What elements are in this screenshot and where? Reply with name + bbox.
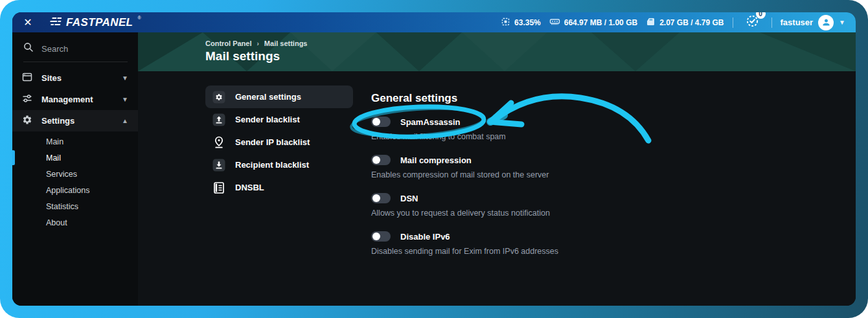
close-icon[interactable]: ✕ bbox=[20, 15, 36, 30]
toggle-description: Allows you to request a delivery status … bbox=[371, 209, 708, 218]
sidebar-item-label: Settings bbox=[41, 116, 122, 126]
search-input[interactable] bbox=[41, 44, 119, 54]
sidebar-subitem-applications[interactable]: Applications bbox=[12, 182, 138, 198]
cpu-usage-stat: 63.35% bbox=[501, 17, 541, 28]
nav-item-label: DNSBL bbox=[235, 183, 264, 192]
brand-name: FASTPANEL bbox=[66, 16, 133, 29]
spamassassin-row: SpamAssassin bbox=[371, 117, 708, 127]
section-heading: General settings bbox=[371, 92, 708, 105]
sidebar-search bbox=[23, 42, 128, 62]
gear-icon bbox=[22, 115, 32, 127]
gear-icon bbox=[212, 90, 226, 104]
avatar bbox=[818, 15, 834, 30]
toggle-label: SpamAssassin bbox=[400, 117, 461, 127]
toggle-label: DSN bbox=[400, 194, 418, 203]
toggle-label: Disable IPv6 bbox=[400, 232, 450, 242]
sidebar-item-label: Management bbox=[41, 95, 122, 104]
page-title: Mail settings bbox=[205, 49, 280, 63]
page-header: Control Panel › Mail settings Mail setti… bbox=[138, 32, 856, 71]
subitem-label: Statistics bbox=[46, 202, 78, 211]
upload-icon bbox=[212, 113, 226, 127]
nav-item-sender-blacklist[interactable]: Sender blacklist bbox=[205, 108, 353, 131]
app-window: ✕ FASTPANEL ® bbox=[12, 12, 856, 306]
subitem-label: Applications bbox=[46, 186, 89, 195]
topbar-divider bbox=[771, 17, 772, 28]
brand-logo[interactable]: FASTPANEL ® bbox=[49, 16, 141, 29]
chevron-down-icon: ▼ bbox=[122, 96, 128, 103]
nav-item-label: Sender IP blacklist bbox=[235, 137, 310, 147]
nav-item-label: Recipient blacklist bbox=[235, 160, 309, 170]
sidebar-item-settings[interactable]: Settings ▲ bbox=[12, 110, 138, 131]
main-area: Control Panel › Mail settings Mail setti… bbox=[138, 32, 856, 306]
subitem-label: Mail bbox=[46, 153, 61, 163]
sidebar-menu: Sites ▼ Management ▼ bbox=[12, 67, 138, 234]
cpu-usage-value: 63.35% bbox=[514, 18, 541, 27]
sidebar-subitem-mail[interactable]: Mail bbox=[12, 150, 138, 166]
pending-tasks-clock-icon bbox=[746, 19, 759, 30]
sidebar-item-sites[interactable]: Sites ▼ bbox=[12, 67, 138, 89]
username-label: fastuser bbox=[781, 17, 814, 27]
cpu-icon bbox=[501, 17, 510, 28]
subitem-label: About bbox=[46, 218, 67, 227]
chevron-up-icon: ▲ bbox=[122, 117, 128, 124]
disable-ipv6-toggle[interactable] bbox=[371, 231, 391, 242]
toggle-label: Mail compression bbox=[400, 155, 472, 165]
topbar-status-area: 63.35% 664.97 MB / 1.00 GB bbox=[501, 14, 845, 30]
sidebar-subitem-about[interactable]: About bbox=[12, 214, 138, 231]
user-menu[interactable]: fastuser ▼ bbox=[781, 15, 845, 30]
screenshot-root: { "topbar": { "brand": "FASTPANEL", "bra… bbox=[0, 0, 868, 318]
disk-icon bbox=[646, 17, 656, 28]
breadcrumb-mail-settings: Mail settings bbox=[264, 40, 308, 47]
mail-compression-row: Mail compression bbox=[371, 155, 708, 165]
tasks-notification-button[interactable]: 0 bbox=[746, 14, 759, 30]
chevron-down-icon: ▼ bbox=[839, 19, 845, 26]
ram-icon bbox=[549, 17, 560, 28]
mail-settings-nav: General settings Sender blacklist bbox=[205, 85, 353, 199]
topbar-divider bbox=[733, 17, 733, 28]
sidebar-subitem-services[interactable]: Services bbox=[12, 166, 138, 182]
toggle-description: Enables compression of mail stored on th… bbox=[371, 170, 708, 179]
breadcrumb-separator-icon: › bbox=[257, 40, 259, 47]
disk-usage-value: 2.07 GB / 4.79 GB bbox=[659, 18, 724, 27]
equalizer-icon bbox=[49, 16, 62, 29]
general-settings-section: General settings SpamAssassin Enables ma… bbox=[371, 92, 708, 269]
mail-compression-toggle[interactable] bbox=[371, 155, 391, 165]
dsn-row: DSN bbox=[371, 193, 708, 203]
ram-usage-value: 664.97 MB / 1.00 GB bbox=[564, 18, 637, 27]
sidebar-subitem-main[interactable]: Main bbox=[12, 133, 138, 150]
disable-ipv6-row: Disable IPv6 bbox=[371, 231, 708, 242]
breadcrumb: Control Panel › Mail settings bbox=[205, 40, 307, 47]
toggle-description: Disables sending mail for Exim from IPv6… bbox=[371, 247, 708, 256]
search-icon bbox=[23, 42, 34, 55]
sidebar-subitem-statistics[interactable]: Statistics bbox=[12, 198, 138, 214]
sidebar-item-management[interactable]: Management ▼ bbox=[12, 89, 138, 110]
topbar: ✕ FASTPANEL ® bbox=[12, 12, 856, 32]
nav-item-sender-ip-blacklist[interactable]: Sender IP blacklist bbox=[205, 131, 353, 153]
subitem-label: Main bbox=[46, 137, 63, 146]
settings-submenu: Main Mail Services Applications Statisti… bbox=[12, 131, 138, 234]
nav-item-label: Sender blacklist bbox=[235, 115, 300, 124]
dsn-toggle[interactable] bbox=[371, 193, 391, 203]
spamassassin-toggle[interactable] bbox=[371, 117, 391, 127]
sidebar-item-label: Sites bbox=[41, 73, 122, 83]
list-book-icon bbox=[212, 181, 226, 195]
nav-item-recipient-blacklist[interactable]: Recipient blacklist bbox=[205, 153, 353, 176]
ram-usage-stat: 664.97 MB / 1.00 GB bbox=[549, 17, 637, 28]
tune-icon bbox=[22, 93, 32, 106]
content-area: General settings Sender blacklist bbox=[138, 71, 856, 306]
sidebar: Sites ▼ Management ▼ bbox=[12, 32, 138, 306]
toggle-description: Enables mail filtering to combat spam bbox=[371, 132, 708, 141]
download-icon bbox=[212, 158, 226, 172]
browser-icon bbox=[22, 72, 32, 84]
chevron-down-icon: ▼ bbox=[122, 74, 128, 82]
disk-usage-stat: 2.07 GB / 4.79 GB bbox=[646, 17, 724, 28]
nav-item-label: General settings bbox=[235, 92, 301, 102]
breadcrumb-control-panel[interactable]: Control Panel bbox=[205, 40, 252, 47]
nav-item-dnsbl[interactable]: DNSBL bbox=[205, 176, 353, 199]
pin-drop-icon bbox=[212, 135, 226, 150]
registered-mark: ® bbox=[137, 16, 141, 20]
subitem-label: Services bbox=[46, 170, 77, 179]
nav-item-general-settings[interactable]: General settings bbox=[205, 85, 353, 108]
